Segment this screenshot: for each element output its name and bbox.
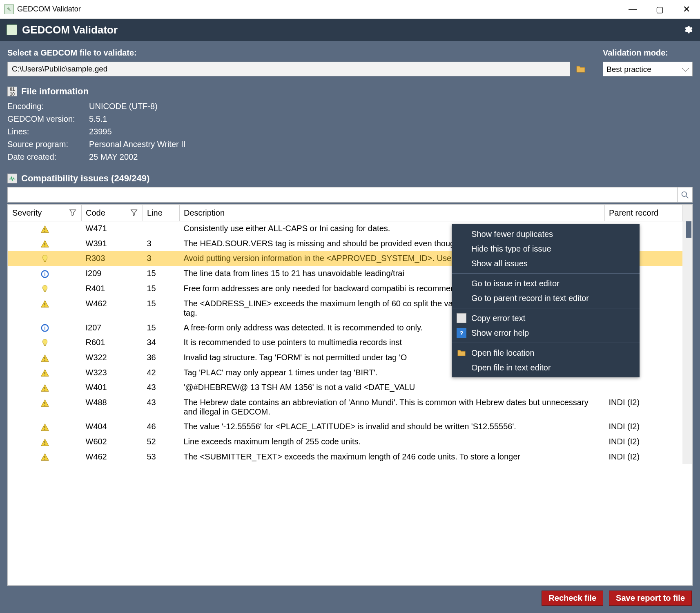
warning-icon bbox=[40, 383, 49, 392]
srcprog-value: Personal Ancestry Writer II bbox=[89, 140, 693, 149]
binary-icon: 0110 bbox=[7, 87, 17, 96]
parent-cell bbox=[605, 380, 682, 395]
line-cell: 15 bbox=[143, 296, 180, 320]
severity-cell bbox=[8, 350, 82, 366]
table-row[interactable]: W46253The <SUBMITTER_TEXT> exceeds the m… bbox=[8, 449, 692, 464]
search-button[interactable] bbox=[677, 187, 693, 203]
copy-icon bbox=[457, 313, 466, 323]
gedver-value: 5.5.1 bbox=[89, 114, 693, 124]
ctx-show-all-issues[interactable]: Show all issues bbox=[452, 256, 640, 271]
ctx-open-file-location[interactable]: Open file location bbox=[452, 346, 640, 360]
line-cell: 43 bbox=[143, 380, 180, 395]
svg-rect-23 bbox=[45, 429, 45, 430]
parent-cell: INDI (I2) bbox=[605, 419, 682, 435]
line-cell: 43 bbox=[143, 395, 180, 419]
ctx-show-error-help[interactable]: ?Show error help bbox=[452, 325, 640, 340]
ctx-separator bbox=[452, 343, 640, 343]
line-cell: 3 bbox=[143, 236, 180, 251]
severity-cell bbox=[8, 221, 82, 236]
col-severity[interactable]: Severity bbox=[8, 205, 82, 221]
severity-cell bbox=[8, 449, 82, 464]
severity-cell bbox=[8, 236, 82, 251]
recheck-file-button[interactable]: Recheck file bbox=[542, 591, 603, 606]
warning-icon bbox=[40, 225, 49, 234]
code-cell: W462 bbox=[82, 296, 143, 320]
severity-cell bbox=[8, 281, 82, 296]
col-line[interactable]: Line bbox=[143, 205, 180, 221]
severity-cell bbox=[8, 419, 82, 435]
severity-cell bbox=[8, 380, 82, 395]
window-title: GEDCOM Validator bbox=[17, 5, 81, 13]
issues-filter-input[interactable] bbox=[7, 187, 677, 203]
file-path-input[interactable] bbox=[7, 62, 570, 76]
save-report-button[interactable]: Save report to file bbox=[609, 591, 692, 606]
svg-rect-25 bbox=[45, 444, 45, 445]
ctx-open-in-text-editor[interactable]: Open file in text editor bbox=[452, 360, 640, 375]
table-row[interactable]: W60252Line exceeds maximum length of 255… bbox=[8, 434, 692, 449]
scroll-thumb[interactable] bbox=[686, 221, 691, 238]
severity-cell bbox=[8, 395, 82, 419]
col-description[interactable]: Description bbox=[180, 205, 605, 221]
filter-icon[interactable] bbox=[130, 208, 138, 218]
lines-key: Lines: bbox=[7, 127, 89, 136]
line-cell: 46 bbox=[143, 419, 180, 435]
close-button[interactable]: ✕ bbox=[673, 0, 700, 19]
description-cell: '@#DHEBREW@ 13 TSH AM 1356' is not a val… bbox=[180, 380, 605, 395]
app-logo-icon bbox=[7, 25, 17, 35]
code-cell: W404 bbox=[82, 419, 143, 435]
select-file-label: Select a GEDCOM file to validate: bbox=[7, 48, 586, 58]
maximize-button[interactable]: ▢ bbox=[646, 0, 673, 19]
warning-icon bbox=[40, 354, 49, 363]
warning-icon bbox=[40, 453, 49, 461]
description-cell: The <SUBMITTER_TEXT> exceeds the maximum… bbox=[180, 449, 605, 464]
svg-rect-16 bbox=[45, 372, 45, 374]
scrollbar[interactable] bbox=[682, 221, 692, 464]
svg-rect-8 bbox=[45, 272, 45, 272]
folder-icon bbox=[457, 348, 466, 358]
svg-rect-27 bbox=[45, 459, 45, 460]
svg-rect-14 bbox=[45, 357, 45, 359]
table-row[interactable]: W48843The Hebrew date contains an abbrev… bbox=[8, 395, 692, 419]
svg-rect-2 bbox=[45, 228, 45, 230]
table-row[interactable]: W40446The value '-12.55556' for <PLACE_L… bbox=[8, 419, 692, 435]
gedver-key: GEDCOM version: bbox=[7, 114, 89, 124]
code-cell: W323 bbox=[82, 365, 143, 380]
warning-icon bbox=[40, 299, 49, 308]
filter-icon[interactable] bbox=[69, 208, 76, 218]
table-row[interactable]: W40143'@#DHEBREW@ 13 TSH AM 1356' is not… bbox=[8, 380, 692, 395]
scrollbar-track[interactable] bbox=[682, 205, 692, 221]
validation-mode-select[interactable]: Best practice bbox=[603, 62, 693, 76]
ctx-copy-error-text[interactable]: Copy error text bbox=[452, 311, 640, 325]
code-cell: R601 bbox=[82, 335, 143, 350]
ctx-show-fewer-duplicates[interactable]: Show fewer duplicates bbox=[452, 227, 640, 241]
encoding-value: UNICODE (UTF-8) bbox=[89, 102, 693, 111]
lightbulb-icon bbox=[40, 254, 49, 263]
svg-rect-17 bbox=[45, 375, 45, 376]
app-title: GEDCOM Validator bbox=[22, 24, 118, 36]
gear-icon bbox=[683, 25, 693, 35]
ctx-separator bbox=[452, 308, 640, 308]
svg-rect-24 bbox=[45, 441, 45, 444]
svg-rect-12 bbox=[45, 327, 45, 330]
compatibility-issues-header: Compatibility issues (249/249) bbox=[21, 173, 149, 184]
search-icon bbox=[681, 191, 689, 199]
ctx-goto-parent[interactable]: Go to parent record in text editor bbox=[452, 291, 640, 305]
browse-button[interactable] bbox=[575, 63, 586, 75]
code-cell: W401 bbox=[82, 380, 143, 395]
svg-rect-13 bbox=[45, 326, 45, 327]
settings-button[interactable] bbox=[682, 24, 693, 36]
srcprog-key: Source program: bbox=[7, 140, 89, 149]
col-parent[interactable]: Parent record bbox=[605, 205, 682, 221]
svg-rect-9 bbox=[45, 303, 45, 305]
ctx-hide-this-type[interactable]: Hide this type of issue bbox=[452, 241, 640, 256]
svg-rect-26 bbox=[45, 456, 45, 459]
severity-cell bbox=[8, 335, 82, 350]
info-icon bbox=[40, 323, 49, 332]
line-cell: 15 bbox=[143, 266, 180, 281]
code-cell: W462 bbox=[82, 449, 143, 464]
ctx-separator bbox=[452, 273, 640, 274]
col-code[interactable]: Code bbox=[82, 205, 143, 221]
minimize-button[interactable]: — bbox=[619, 0, 646, 19]
ctx-goto-issue[interactable]: Go to issue in text editor bbox=[452, 276, 640, 291]
code-cell: W471 bbox=[82, 221, 143, 236]
